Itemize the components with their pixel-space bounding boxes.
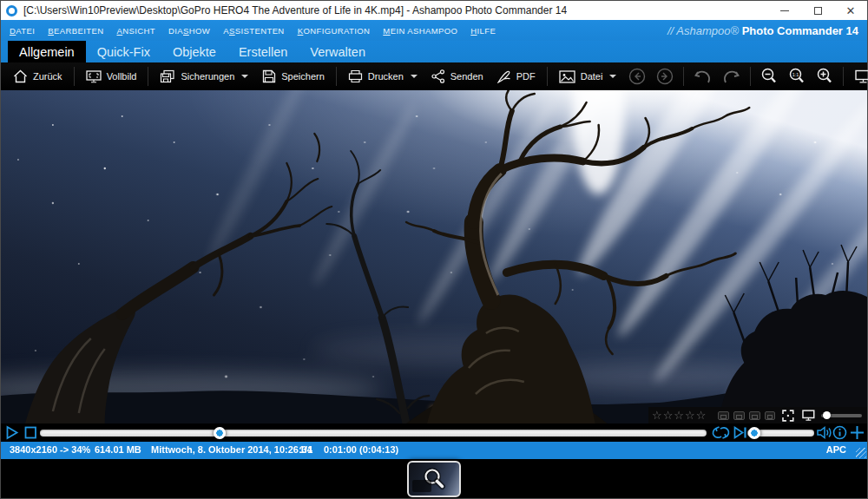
zoom-original-icon: 1:1: [788, 68, 806, 85]
menu-item-bearbeiten[interactable]: BEARBEITEN: [48, 26, 103, 36]
pdf-icon: [497, 70, 511, 83]
main-toolbar: Zurück Vollbild Sicherungen Speichern Dr…: [1, 62, 867, 90]
tab-verwalten[interactable]: Verwalten: [299, 41, 377, 62]
display-option-icon-3[interactable]: [749, 411, 760, 420]
zoom-out-button[interactable]: [755, 62, 783, 90]
undo-button[interactable]: [688, 62, 717, 90]
play-button[interactable]: [5, 425, 19, 440]
display-option-icon-2[interactable]: [733, 411, 745, 420]
window-title: [C:\Users\Win10Preview\Desktop\GoPro HER…: [23, 4, 567, 16]
repeat-icon[interactable]: [711, 425, 731, 440]
status-datetime: Mittwoch, 8. Oktober 2014, 10:26:34: [151, 444, 312, 455]
brand-text: // Ashampoo® Photo Commander 14: [667, 24, 858, 37]
menu-item-hilfe[interactable]: HILFE: [470, 26, 496, 36]
toolbar-separator: [336, 67, 337, 86]
menu-item-diashow[interactable]: DIASHOW: [168, 26, 210, 36]
resize-grip[interactable]: [856, 448, 866, 458]
app-logo-icon: [6, 5, 17, 16]
tab-quick-fix[interactable]: Quick-Fix: [86, 41, 161, 62]
menu-bar: DATEIBEARBEITENANSICHTDIASHOWASSISTENTEN…: [1, 20, 867, 41]
file-label: Datei: [581, 71, 603, 82]
print-button[interactable]: Drucken: [341, 62, 424, 90]
close-button[interactable]: ✕: [834, 1, 867, 20]
display-option-icon-1[interactable]: [718, 411, 729, 420]
media-info-icon[interactable]: [832, 425, 847, 440]
brand-name: Photo Commander 14: [742, 24, 858, 37]
backups-label: Sicherungen: [181, 71, 234, 82]
menu-item-datei[interactable]: DATEI: [10, 26, 35, 36]
overlay-zoom-slider[interactable]: [821, 414, 862, 417]
menu-item-mein-ashampoo[interactable]: MEIN ASHAMPOO: [383, 26, 457, 36]
chevron-down-icon: [411, 75, 418, 78]
seek-slider-handle[interactable]: [214, 427, 226, 439]
star-icon[interactable]: ☆: [696, 410, 707, 421]
send-label: Senden: [450, 71, 483, 82]
fit-screen-icon[interactable]: [782, 410, 794, 422]
toolbar-separator: [683, 67, 684, 86]
overlay-zoom-slider-handle[interactable]: [823, 411, 831, 419]
backups-button[interactable]: Sicherungen: [153, 62, 255, 90]
screen-icon[interactable]: [802, 410, 815, 421]
toolbar-separator: [148, 67, 148, 86]
menu-item-ansicht[interactable]: ANSICHT: [116, 26, 155, 36]
bottom-strip: [1, 459, 867, 498]
maximize-icon: [814, 7, 822, 15]
backups-icon: [160, 69, 175, 83]
status-filesize: 614.01 MB: [95, 444, 141, 455]
redo-button[interactable]: [717, 62, 746, 90]
menu-item-assistenten[interactable]: ASSISTENTEN: [223, 26, 284, 36]
toolbar-separator: [750, 67, 751, 86]
star-icon[interactable]: ☆: [674, 410, 684, 421]
star-icon[interactable]: ☆: [685, 410, 695, 421]
zoom-original-button[interactable]: 1:1: [783, 62, 811, 90]
monitor-icon: [855, 69, 868, 83]
app-window: [C:\Users\Win10Preview\Desktop\GoPro HER…: [0, 0, 868, 499]
toolbar-separator: [843, 67, 844, 86]
undo-icon: [694, 69, 712, 84]
seek-slider[interactable]: [40, 430, 707, 437]
svg-text:1:1: 1:1: [792, 72, 799, 77]
tab-erstellen[interactable]: Erstellen: [227, 41, 299, 62]
minimize-button[interactable]: [768, 1, 801, 20]
file-image-icon: [559, 70, 575, 83]
next-button[interactable]: [651, 62, 679, 90]
send-button[interactable]: Senden: [424, 62, 490, 90]
pdf-button[interactable]: PDF: [490, 62, 542, 90]
speaker-icon[interactable]: [816, 425, 832, 440]
tab-allgemein[interactable]: Allgemein: [8, 41, 86, 62]
maximize-button[interactable]: [801, 1, 834, 20]
toolbar-separator: [547, 67, 548, 86]
plus-icon[interactable]: [850, 425, 865, 440]
home-icon: [13, 69, 28, 83]
save-icon: [262, 69, 276, 83]
slideshow-button[interactable]: Diashow: [848, 62, 868, 90]
minimize-icon: [780, 10, 789, 11]
star-icon[interactable]: ☆: [652, 410, 662, 421]
magnifier-icon: [422, 467, 446, 491]
star-icon[interactable]: ☆: [663, 410, 674, 421]
status-app-badge: APC: [826, 444, 846, 455]
previous-button[interactable]: [623, 62, 651, 90]
status-resolution: 3840x2160 -> 34%: [10, 444, 90, 455]
zoom-in-button[interactable]: [811, 62, 838, 90]
volume-slider-handle[interactable]: [748, 427, 760, 439]
stop-button[interactable]: [23, 425, 37, 440]
file-button[interactable]: Datei: [552, 62, 624, 90]
back-button[interactable]: Zurück: [6, 62, 69, 90]
display-option-icon-4[interactable]: [765, 411, 776, 420]
fullscreen-button[interactable]: Vollbild: [79, 62, 144, 90]
tab-objekte[interactable]: Objekte: [161, 41, 227, 62]
menu-item-konfiguration[interactable]: KONFIGURATION: [298, 26, 371, 36]
share-icon: [431, 69, 445, 83]
loupe-thumbnail[interactable]: [407, 461, 461, 497]
image-canvas[interactable]: ☆☆☆☆☆: [1, 90, 867, 423]
fullscreen-label: Vollbild: [107, 71, 137, 82]
pdf-label: PDF: [516, 71, 536, 82]
close-icon: ✕: [846, 5, 856, 16]
redo-icon: [722, 69, 740, 84]
photo-night-trees: [1, 90, 867, 423]
zoom-in-icon: [816, 68, 833, 85]
status-playtime: 0:01:00 (0:04:13): [324, 444, 398, 455]
skip-end-icon[interactable]: [733, 425, 748, 440]
save-button[interactable]: Speichern: [255, 62, 332, 90]
